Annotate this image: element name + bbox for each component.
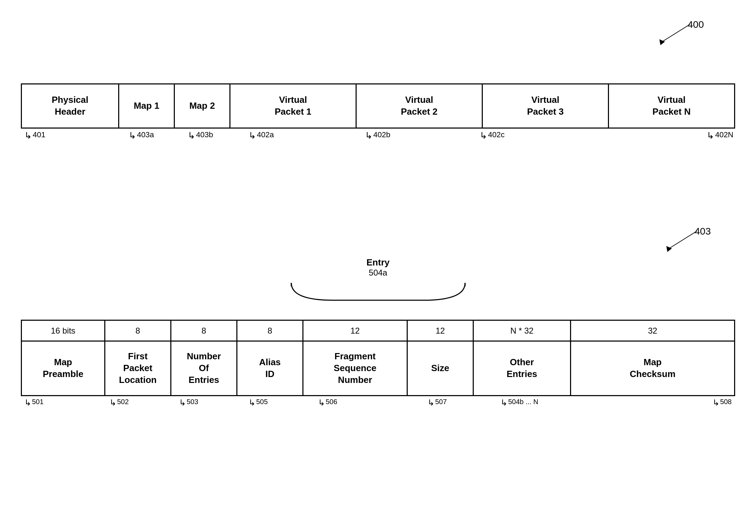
svg-line-0: [662, 24, 690, 42]
bits-12b: 12: [408, 321, 474, 341]
cell-number-of-entries: NumberOfEntries: [171, 342, 237, 395]
cell-vp3: VirtualPacket 3: [483, 84, 609, 128]
cell-vp2: VirtualPacket 2: [357, 84, 483, 128]
cell-other-entries: OtherEntries: [474, 342, 571, 395]
figure-label-403: 403: [641, 226, 711, 255]
bits-32: 32: [571, 321, 734, 341]
ref-402c: ↳402c: [480, 130, 505, 141]
svg-line-2: [669, 231, 697, 248]
cell-vp1: VirtualPacket 1: [230, 84, 357, 128]
cell-physical-header: PhysicalHeader: [22, 84, 119, 128]
bits-n32: N * 32: [474, 321, 571, 341]
ref-402b: ↳402b: [365, 130, 390, 141]
bits-row: 16 bits 8 8 8 12 12 N * 32 32: [21, 320, 735, 341]
packet-row: PhysicalHeader Map 1 Map 2 VirtualPacket…: [21, 83, 735, 129]
cell-fragment-sequence-number: FragmentSequenceNumber: [303, 342, 408, 395]
ref-503: ↳503: [179, 398, 198, 408]
bits-8a: 8: [105, 321, 171, 341]
ref-402n: ↳402N: [707, 130, 733, 141]
cell-map-preamble: MapPreamble: [22, 342, 105, 395]
ref-402a: ↳402a: [249, 130, 274, 141]
top-ref-labels: ↳401 ↳403a ↳403b ↳402a ↳402b ↳402c: [21, 130, 735, 149]
bottom-ref-labels: ↳501 ↳502 ↳503 ↳505 ↳506 ↳507: [21, 398, 735, 417]
ref-504bn: ↳504b ... N: [501, 398, 538, 408]
bits-16: 16 bits: [22, 321, 105, 341]
ref-403b: ↳403b: [188, 130, 213, 141]
bits-8c: 8: [237, 321, 303, 341]
entry-brace-svg: [288, 279, 469, 304]
ref-507: ↳507: [428, 398, 447, 408]
cell-size: Size: [408, 342, 474, 395]
data-row: MapPreamble FirstPacketLocation NumberOf…: [21, 341, 735, 396]
bits-12a: 12: [303, 321, 408, 341]
entry-num-text: 504a: [369, 268, 387, 278]
ref-403a: ↳403a: [129, 130, 154, 141]
top-packet-diagram: PhysicalHeader Map 1 Map 2 VirtualPacket…: [21, 83, 735, 149]
label-403: 403: [694, 226, 711, 237]
label-400: 400: [688, 19, 704, 30]
ref-506: ↳506: [318, 398, 337, 408]
figure-label-400: 400: [634, 19, 704, 48]
ref-501: ↳501: [24, 398, 43, 408]
ref-505: ↳505: [249, 398, 268, 408]
cell-alias-id: AliasID: [237, 342, 303, 395]
cell-map2: Map 2: [175, 84, 230, 128]
ref-502: ↳502: [109, 398, 129, 408]
cell-map1: Map 1: [119, 84, 175, 128]
cell-map-checksum: MapChecksum: [571, 342, 734, 395]
ref-401: ↳401: [24, 130, 46, 141]
ref-508: ↳508: [713, 398, 732, 408]
bottom-map-diagram: 16 bits 8 8 8 12 12 N * 32 32 MapPreambl…: [21, 320, 735, 417]
cell-vpn: VirtualPacket N: [609, 84, 734, 128]
bits-8b: 8: [171, 321, 237, 341]
entry-label-area: Entry 504a: [0, 257, 756, 304]
cell-first-packet-location: FirstPacketLocation: [105, 342, 171, 395]
diagram-container: 400 PhysicalHeader Map 1 Map 2 VirtualPa…: [0, 0, 756, 532]
entry-label-text: Entry: [366, 257, 389, 268]
